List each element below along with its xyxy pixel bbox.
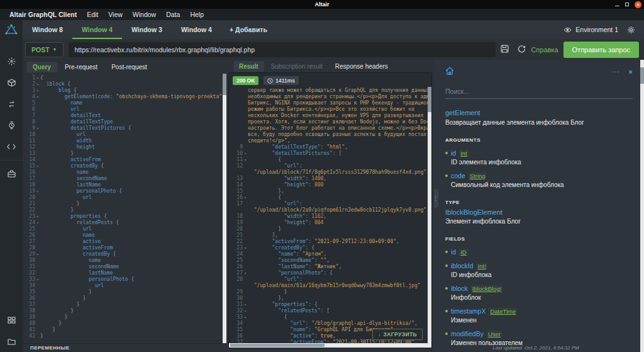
- fold-marker-icon[interactable]: ▾: [35, 75, 40, 81]
- field-name-link[interactable]: iblockId: [451, 262, 474, 270]
- minimize-icon[interactable]: [615, 6, 619, 6]
- fold-marker-icon[interactable]: ▾: [35, 188, 40, 195]
- docs-element-link[interactable]: getElement: [445, 109, 633, 116]
- field-name-link[interactable]: id: [451, 248, 456, 256]
- token: name: [40, 169, 89, 175]
- close-window-icon[interactable]: ×: [635, 1, 641, 8]
- field-type-link[interactable]: String: [469, 173, 487, 179]
- watch-icon[interactable]: [0, 115, 23, 136]
- tab-result[interactable]: Result: [233, 61, 264, 72]
- code-icon[interactable]: [0, 136, 23, 157]
- docs-search-input[interactable]: [445, 85, 633, 99]
- history-repeat-icon[interactable]: [0, 93, 23, 115]
- window-tab-4[interactable]: Window 4: [172, 20, 221, 39]
- field-type-link[interactable]: Int: [459, 150, 469, 157]
- fold-marker-icon[interactable]: ▾: [243, 302, 248, 308]
- variables-section[interactable]: ПЕРЕМЕННЫЕ: [23, 343, 226, 352]
- fold-marker-icon[interactable]: ▾: [35, 81, 40, 88]
- altair-logo: [0, 20, 23, 39]
- field-name-link[interactable]: iblock: [451, 285, 468, 292]
- menu-item-altair-graphql-client[interactable]: Altair GraphQL Client: [5, 11, 81, 18]
- tab-query[interactable]: Query: [26, 62, 57, 72]
- window-tab-2[interactable]: Window 4: [72, 20, 122, 39]
- fold-marker-icon[interactable]: ▾: [35, 276, 40, 283]
- more-options-icon[interactable]: ⋯: [612, 67, 620, 76]
- fold-marker-icon[interactable]: ▾: [35, 213, 40, 220]
- docs-resize-handle[interactable]: ⋮: [434, 189, 438, 208]
- menu-item-window[interactable]: Window: [128, 11, 160, 18]
- tab-subscription-result[interactable]: Subscription result: [265, 61, 328, 72]
- menu-item-view[interactable]: View: [104, 11, 127, 18]
- tab-post-request[interactable]: Post-request: [105, 62, 153, 72]
- add-window-tab[interactable]: + Добавить: [221, 20, 275, 39]
- flare-icon[interactable]: [0, 50, 23, 72]
- result-hscrollbar-thumb[interactable]: [230, 344, 325, 347]
- fold-marker-icon[interactable]: ▾: [243, 157, 248, 163]
- fold-marker-icon[interactable]: ▾: [243, 195, 248, 201]
- docs-close-icon[interactable]: ×: [629, 68, 633, 76]
- refresh-button[interactable]: [518, 44, 526, 55]
- token: {: [248, 314, 287, 320]
- query-scrollbar-thumb[interactable]: [223, 74, 226, 95]
- menu-item-edit[interactable]: Edit: [82, 11, 103, 18]
- restore-icon[interactable]: [625, 3, 629, 6]
- briefcase-icon[interactable]: [0, 163, 23, 185]
- fold-marker-icon[interactable]: ▾: [243, 270, 248, 276]
- token: detailTextPictures: [40, 125, 128, 131]
- field-type-link[interactable]: Int!: [477, 263, 487, 270]
- result-scrollbar[interactable]: [428, 87, 431, 343]
- fold-marker-icon[interactable]: ▾: [243, 308, 248, 314]
- download-button[interactable]: ↓ ЗАГРУЗИТЬ: [372, 329, 423, 340]
- token: {: [74, 88, 77, 93]
- fold-marker-icon[interactable]: ▾: [35, 220, 40, 226]
- docs-home-button[interactable]: [445, 66, 454, 77]
- menu-item-data[interactable]: Data: [162, 11, 184, 18]
- result-hscrollbar[interactable]: [229, 343, 431, 348]
- result-code-text: "/upload/iblock/2a9/piqfopm61rn3edw8ocb1…: [248, 207, 431, 213]
- eye-icon: [564, 27, 572, 33]
- grid-icon[interactable]: [0, 309, 23, 331]
- token: {: [67, 81, 70, 87]
- fold-marker-icon[interactable]: ▾: [243, 314, 248, 321]
- field-name-link[interactable]: id: [451, 149, 456, 157]
- field-type-link[interactable]: IblockBlog!: [471, 285, 502, 292]
- argument-head: idInt: [445, 149, 633, 157]
- field-name-link[interactable]: timestampX: [451, 307, 486, 315]
- token: name: [40, 258, 101, 263]
- url-input[interactable]: [69, 42, 496, 57]
- fold-marker-icon[interactable]: ▾: [243, 245, 248, 251]
- field-name-link[interactable]: modifiedBy: [451, 330, 484, 338]
- settings-button[interactable]: [627, 26, 635, 34]
- field-type-link[interactable]: User: [487, 331, 502, 338]
- fold-marker-icon[interactable]: ▾: [243, 150, 248, 157]
- line-number: 6: [23, 106, 35, 113]
- docs-scrollbar[interactable]: [640, 60, 644, 352]
- docs-type-link[interactable]: IblockBlogElement: [445, 208, 633, 216]
- menu-item-help[interactable]: Help: [186, 11, 208, 18]
- result-scrollbar-thumb[interactable]: [428, 87, 431, 112]
- fold-marker-icon[interactable]: ▾: [35, 163, 40, 169]
- help-link[interactable]: Справка: [531, 46, 558, 54]
- fold-marker-icon[interactable]: ▾: [35, 251, 40, 258]
- query-code-line: 21 }: [23, 201, 226, 207]
- field-type-link[interactable]: DateTime: [489, 308, 517, 315]
- token: "": [321, 258, 327, 263]
- field-name-link[interactable]: code: [451, 172, 465, 179]
- send-request-button[interactable]: Отправить запрос: [564, 42, 639, 58]
- tab-response-headers[interactable]: Response headers: [330, 61, 394, 72]
- folder-icon[interactable]: [0, 331, 23, 352]
- fold-marker-icon[interactable]: ▾: [35, 94, 40, 100]
- environment-button[interactable]: Environment 1: [564, 26, 618, 33]
- window-tab-3[interactable]: Window 3: [122, 20, 172, 39]
- window-tab-1[interactable]: Window 8: [23, 20, 72, 39]
- field-type-link[interactable]: ID: [459, 249, 468, 256]
- docs-scrollbar-thumb[interactable]: [640, 67, 644, 84]
- method-select[interactable]: POST ▼: [25, 42, 64, 57]
- fold-marker-icon[interactable]: ▾: [35, 88, 40, 94]
- fold-marker-icon[interactable]: ▾: [35, 125, 40, 132]
- save-button[interactable]: [501, 44, 509, 55]
- docs-box-icon[interactable]: [0, 72, 23, 93]
- tab-pre-request[interactable]: Pre-request: [58, 62, 104, 72]
- query-scrollbar[interactable]: [223, 74, 226, 343]
- query-editor[interactable]: 1▾{2▾ iblock {3▾ blog {4▾ getElement(cod…: [23, 74, 226, 343]
